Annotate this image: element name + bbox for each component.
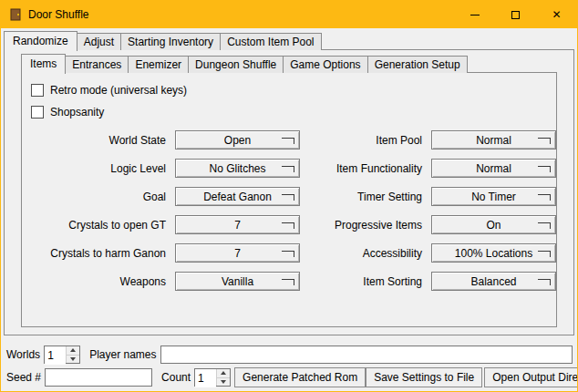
crystals-gt-label: Crystals to open GT	[31, 219, 168, 232]
shopsanity-checkbox[interactable]: Shopsanity	[31, 102, 547, 122]
tab-custom-item-pool[interactable]: Custom Item Pool	[220, 33, 321, 50]
tab-game-options[interactable]: Game Options	[283, 56, 367, 73]
shopsanity-label: Shopsanity	[50, 106, 104, 119]
item-functionality-value: Normal	[476, 162, 511, 175]
item-pool-value: Normal	[476, 134, 511, 147]
outer-tab-bar: Randomize Adjust Starting Inventory Cust…	[4, 31, 321, 50]
logic-level-label: Logic Level	[31, 162, 168, 175]
progressive-items-label: Progressive Items	[307, 219, 424, 232]
goal-dropdown[interactable]: Defeat Ganon	[175, 187, 300, 206]
goal-label: Goal	[31, 191, 168, 203]
randomize-tab-panel: Items Entrances Enemizer Dungeon Shuffle…	[4, 49, 574, 335]
dropdown-indicator-icon	[282, 194, 294, 201]
item-sorting-dropdown[interactable]: Balanced	[431, 272, 556, 291]
dropdown-indicator-icon	[282, 138, 294, 144]
dropdown-indicator-icon	[538, 166, 551, 172]
inner-tab-bar: Items Entrances Enemizer Dungeon Shuffle…	[21, 54, 467, 73]
dropdown-indicator-icon	[538, 194, 551, 201]
seed-input[interactable]	[45, 368, 152, 387]
accessibility-dropdown[interactable]: 100% Locations	[431, 243, 556, 263]
close-icon: ✕	[552, 9, 561, 20]
minimize-button[interactable]	[454, 1, 495, 28]
dropdown-indicator-icon	[282, 251, 294, 257]
weapons-value: Vanilla	[222, 275, 253, 288]
count-spin-arrows	[216, 369, 230, 386]
dropdown-indicator-icon	[538, 251, 551, 257]
world-state-label: World State	[31, 134, 168, 147]
generate-patched-rom-button[interactable]: Generate Patched Rom	[234, 367, 366, 387]
tab-randomize[interactable]: Randomize	[4, 31, 77, 51]
save-settings-button[interactable]: Save Settings to File	[366, 367, 482, 387]
spin-down-button[interactable]	[217, 377, 230, 387]
minimize-icon	[470, 15, 480, 15]
tab-starting-inventory[interactable]: Starting Inventory	[120, 33, 221, 50]
item-sorting-value: Balanced	[470, 275, 516, 288]
checkbox-box-icon	[31, 106, 44, 119]
tab-items[interactable]: Items	[21, 54, 66, 74]
tab-enemizer[interactable]: Enemizer	[128, 56, 189, 73]
logic-level-dropdown[interactable]: No Glitches	[175, 159, 300, 178]
world-state-value: Open	[224, 134, 251, 147]
dropdown-indicator-icon	[538, 138, 551, 144]
crystals-gt-dropdown[interactable]: 7	[175, 215, 300, 234]
seed-row: Seed # Count Generate Patched Rom Save S…	[6, 367, 573, 387]
open-output-directory-button[interactable]: Open Output Directory	[484, 367, 578, 387]
count-input[interactable]	[195, 369, 216, 387]
count-label: Count	[161, 371, 191, 384]
up-arrow-icon	[221, 371, 226, 375]
weapons-dropdown[interactable]: Vanilla	[175, 272, 300, 291]
titlebar: Door Shuffle ✕	[1, 1, 577, 28]
items-tab-panel: Retro mode (universal keys) Shopsanity W…	[21, 72, 557, 327]
accessibility-value: 100% Locations	[455, 247, 532, 260]
world-state-dropdown[interactable]: Open	[175, 130, 300, 150]
worlds-label: Worlds	[6, 348, 40, 361]
progressive-items-value: On	[486, 219, 501, 232]
dropdown-indicator-icon	[282, 279, 294, 285]
dropdown-indicator-icon	[282, 166, 294, 172]
timer-setting-value: No Timer	[471, 191, 516, 203]
tab-adjust[interactable]: Adjust	[77, 33, 121, 50]
spin-down-button[interactable]	[67, 355, 79, 364]
crystals-ganon-dropdown[interactable]: 7	[175, 243, 300, 263]
timer-setting-label: Timer Setting	[307, 191, 424, 203]
caption-buttons: ✕	[454, 1, 577, 28]
tab-dungeon-shuffle[interactable]: Dungeon Shuffle	[188, 56, 284, 73]
item-functionality-label: Item Functionality	[307, 162, 424, 175]
item-pool-label: Item Pool	[307, 134, 424, 147]
item-sorting-label: Item Sorting	[307, 275, 424, 288]
spin-up-button[interactable]	[67, 346, 79, 355]
window-title: Door Shuffle	[28, 8, 89, 21]
timer-setting-dropdown[interactable]: No Timer	[431, 187, 556, 206]
maximize-icon	[511, 11, 520, 19]
spin-up-button[interactable]	[217, 369, 230, 377]
player-names-input[interactable]	[160, 346, 573, 364]
crystals-ganon-label: Crystals to harm Ganon	[31, 247, 168, 260]
checkbox-box-icon	[31, 84, 44, 97]
goal-value: Defeat Ganon	[203, 191, 272, 203]
dropdown-indicator-icon	[282, 222, 294, 229]
tab-generation-setup[interactable]: Generation Setup	[367, 56, 468, 73]
settings-grid: World State Open Item Pool Normal Logic …	[31, 130, 547, 291]
logic-level-value: No Glitches	[209, 162, 265, 175]
dropdown-indicator-icon	[538, 279, 551, 285]
worlds-spinbox[interactable]	[44, 346, 80, 364]
retro-mode-checkbox[interactable]: Retro mode (universal keys)	[31, 80, 547, 100]
weapons-label: Weapons	[31, 275, 168, 288]
crystals-gt-value: 7	[234, 219, 241, 232]
close-button[interactable]: ✕	[536, 1, 577, 28]
item-pool-dropdown[interactable]: Normal	[431, 130, 556, 150]
accessibility-label: Accessibility	[307, 247, 424, 260]
door-shuffle-window: Door Shuffle ✕ Randomize Adjust Starting…	[0, 0, 578, 392]
player-names-label: Player names	[89, 348, 156, 361]
dropdown-indicator-icon	[538, 222, 551, 229]
app-icon	[8, 7, 23, 22]
count-spinbox[interactable]	[194, 368, 231, 387]
tab-entrances[interactable]: Entrances	[65, 56, 129, 73]
maximize-button[interactable]	[495, 1, 536, 28]
up-arrow-icon	[70, 348, 76, 352]
progressive-items-dropdown[interactable]: On	[431, 215, 556, 234]
item-functionality-dropdown[interactable]: Normal	[431, 159, 556, 178]
seed-label: Seed #	[6, 371, 41, 384]
worlds-input[interactable]	[45, 346, 66, 365]
retro-mode-label: Retro mode (universal keys)	[50, 84, 187, 97]
